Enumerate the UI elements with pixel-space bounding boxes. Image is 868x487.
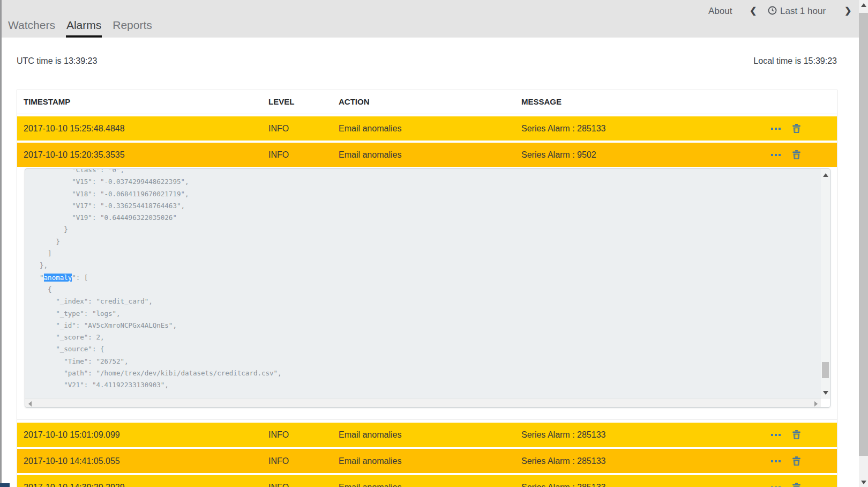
delete-alarm-icon[interactable] bbox=[792, 150, 800, 159]
alarm-action: Email anomalies bbox=[339, 423, 401, 447]
code-line: "V17": "-0.336254418764463", bbox=[32, 200, 820, 212]
code-line: "_source": { bbox=[32, 343, 820, 355]
about-link[interactable]: About bbox=[708, 5, 732, 18]
bottom-left-corner-patch bbox=[0, 483, 10, 487]
code-line: "_score": 2, bbox=[32, 331, 820, 343]
more-actions-icon[interactable] bbox=[771, 434, 781, 436]
clock-icon bbox=[768, 6, 777, 15]
code-line: ] bbox=[32, 248, 820, 260]
alarm-timestamp: 2017-10-10 14:41:05.055 bbox=[24, 449, 120, 473]
vertical-scroll-thumb[interactable] bbox=[822, 362, 829, 378]
selected-text: anomaly bbox=[44, 274, 72, 282]
alarm-row[interactable]: 2017-10-10 15:25:48.4848 INFO Email anom… bbox=[17, 116, 837, 141]
code-line: } bbox=[32, 224, 820, 235]
code-line: "anomaly": [ bbox=[32, 272, 820, 284]
alarm-rows-top: 2017-10-10 15:25:48.4848 INFO Email anom… bbox=[17, 116, 837, 167]
page-scroll-up-arrow-icon[interactable] bbox=[861, 3, 866, 7]
page-vertical-scrollbar[interactable] bbox=[859, 0, 868, 487]
alarm-timestamp: 2017-10-10 14:39:29.2929 bbox=[24, 475, 125, 487]
alarm-level: INFO bbox=[268, 143, 289, 167]
code-line: "_id": "AV5cXmroNCPGx4ALQnEs", bbox=[32, 320, 820, 331]
more-actions-icon[interactable] bbox=[771, 154, 781, 156]
more-actions-icon[interactable] bbox=[771, 460, 781, 462]
tab-alarms[interactable]: Alarms bbox=[66, 19, 102, 38]
delete-alarm-icon[interactable] bbox=[792, 124, 800, 133]
main-tabs: Watchers Alarms Reports bbox=[8, 19, 163, 38]
code-line: } bbox=[32, 236, 820, 248]
alarm-level: INFO bbox=[268, 475, 289, 487]
alarm-rows-bottom: 2017-10-10 15:01:09.099 INFO Email anoma… bbox=[17, 419, 837, 487]
alarm-json-content: "Class": "0", "V15": "-0.037429944862239… bbox=[25, 168, 820, 408]
page-scroll-thumb[interactable] bbox=[859, 13, 868, 456]
column-header-timestamp: TIMESTAMP bbox=[24, 90, 70, 114]
code-line: "_type": "logs", bbox=[32, 308, 820, 320]
code-line: "_index": "credit_card", bbox=[32, 296, 820, 307]
alarm-action: Email anomalies bbox=[339, 116, 401, 141]
code-line: { bbox=[32, 284, 820, 296]
scroll-right-arrow-icon[interactable] bbox=[814, 401, 818, 407]
alarm-row[interactable]: 2017-10-10 14:41:05.055 INFO Email anoma… bbox=[17, 449, 837, 473]
alarm-timestamp: 2017-10-10 15:01:09.099 bbox=[24, 423, 120, 447]
alarm-row[interactable]: 2017-10-10 15:20:35.3535 INFO Email anom… bbox=[17, 143, 837, 167]
time-forward-chevron-icon[interactable]: ❯ bbox=[844, 4, 851, 17]
alarm-level: INFO bbox=[268, 423, 289, 447]
alarm-timestamp: 2017-10-10 15:25:48.4848 bbox=[24, 116, 125, 141]
table-header: TIMESTAMP LEVEL ACTION MESSAGE bbox=[17, 90, 837, 114]
alarm-action: Email anomalies bbox=[339, 475, 401, 487]
scroll-up-arrow-icon[interactable] bbox=[823, 173, 828, 177]
alarms-table: TIMESTAMP LEVEL ACTION MESSAGE 2017-10-1… bbox=[17, 90, 837, 487]
top-navigation-bar: Watchers Alarms Reports About ❮ Last 1 h… bbox=[0, 0, 859, 38]
scroll-down-arrow-icon[interactable] bbox=[823, 391, 828, 395]
delete-alarm-icon[interactable] bbox=[792, 456, 800, 466]
alarm-row[interactable]: 2017-10-10 15:01:09.099 INFO Email anoma… bbox=[17, 423, 837, 447]
delete-alarm-icon[interactable] bbox=[792, 483, 800, 487]
code-line: "V15": "-0.0374299448622395", bbox=[32, 176, 820, 188]
local-time-label: Local time is 15:39:23 bbox=[753, 56, 837, 66]
code-line: "Time": "26752", bbox=[32, 356, 820, 367]
scrollbar-corner bbox=[821, 399, 830, 407]
code-line: "Class": "0", bbox=[32, 168, 820, 176]
code-line: }, bbox=[32, 260, 820, 271]
alarm-json-code-block: "Class": "0", "V15": "-0.037429944862239… bbox=[25, 168, 830, 408]
expanded-alarm-detail: "Class": "0", "V15": "-0.037429944862239… bbox=[17, 167, 837, 419]
code-line: "V19": "0.644496322035026" bbox=[32, 212, 820, 224]
code-line: "path": "/home/trex/dev/kibi/datasets/cr… bbox=[32, 367, 820, 379]
alarm-message: Series Alarm : 9502 bbox=[521, 143, 596, 167]
delete-alarm-icon[interactable] bbox=[792, 430, 800, 439]
alarm-action: Email anomalies bbox=[339, 449, 401, 473]
column-header-level: LEVEL bbox=[268, 90, 294, 114]
window-left-border bbox=[0, 0, 2, 487]
code-line: "V21": "4.41192233130903", bbox=[32, 379, 820, 391]
scroll-left-arrow-icon[interactable] bbox=[28, 401, 32, 407]
code-vertical-scrollbar[interactable] bbox=[821, 169, 830, 399]
tab-reports[interactable]: Reports bbox=[112, 19, 153, 38]
utc-time-label: UTC time is 13:39:23 bbox=[17, 56, 97, 66]
code-horizontal-scrollbar[interactable] bbox=[25, 399, 821, 407]
alarm-level: INFO bbox=[268, 449, 289, 473]
alarm-timestamp: 2017-10-10 15:20:35.3535 bbox=[24, 143, 125, 167]
alarm-message: Series Alarm : 285133 bbox=[521, 423, 605, 447]
alarm-action: Email anomalies bbox=[339, 143, 401, 167]
code-line: "V18": "-0.0684119670021719", bbox=[32, 188, 820, 200]
column-header-action: ACTION bbox=[339, 90, 370, 114]
alarm-message: Series Alarm : 285133 bbox=[521, 116, 605, 141]
alarm-level: INFO bbox=[268, 116, 289, 141]
time-back-chevron-icon[interactable]: ❮ bbox=[750, 4, 757, 17]
more-actions-icon[interactable] bbox=[771, 128, 781, 130]
time-filter-button[interactable]: Last 1 hour bbox=[780, 5, 826, 18]
alarm-row[interactable]: 2017-10-10 14:39:29.2929 INFO Email anom… bbox=[17, 475, 837, 487]
alarm-message: Series Alarm : 285133 bbox=[521, 475, 605, 487]
column-header-message: MESSAGE bbox=[521, 90, 562, 114]
page-scroll-down-arrow-icon[interactable] bbox=[861, 481, 866, 484]
tab-watchers[interactable]: Watchers bbox=[8, 19, 56, 38]
alarm-message: Series Alarm : 285133 bbox=[521, 449, 605, 473]
alarms-page: Watchers Alarms Reports About ❮ Last 1 h… bbox=[0, 0, 868, 487]
